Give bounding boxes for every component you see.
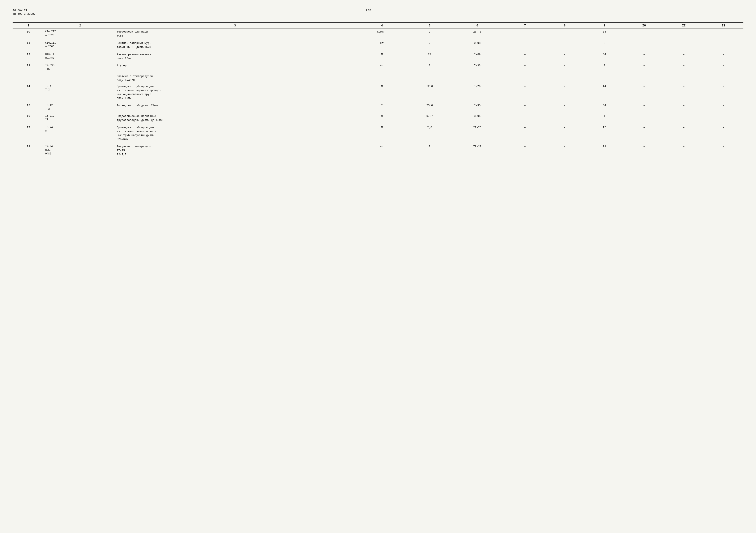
col-header-2: 2: [44, 22, 116, 29]
album-info: Альбом УII ТП 503-3-23.87: [13, 8, 36, 16]
main-table: I 2 3 4 5 6 7 8 9 IO II I2 IOСIч.III п.I…: [13, 22, 743, 158]
col-header-12: I2: [704, 22, 743, 29]
table-row: I5I6-42 7-3То же, из труб диам. 20мм"25,…: [13, 103, 743, 112]
page-header: Альбом УII ТП 503-3-23.87 – I55 –: [13, 8, 743, 16]
col-header-5: 5: [410, 22, 449, 29]
album-title: Альбом УII: [13, 8, 36, 12]
table-row: I2СIч.III п.I482Рукава резинотканевые ди…: [13, 52, 743, 62]
table-row: IIСIч.III п.2505Вентиль запорный муф- то…: [13, 40, 743, 50]
table-row: I8I7-04 п.5- 0482Регулятор температуры Р…: [13, 144, 743, 158]
standard-number: ТП 503-3-23.87: [13, 12, 36, 16]
table-row: I6I6-2I9 22Гидравлическое испытание труб…: [13, 113, 743, 123]
table-row: Система с температурой воды Т=40°С: [13, 73, 743, 84]
table-row: I7I6-74 8-7Прокладка трубопроводов из ст…: [13, 125, 743, 143]
col-header-9: 9: [584, 22, 624, 29]
col-header-7: 7: [505, 22, 545, 29]
col-header-10: IO: [624, 22, 664, 29]
column-headers: I 2 3 4 5 6 7 8 9 IO II I2: [13, 22, 743, 29]
col-header-4: 4: [354, 22, 410, 29]
col-header-8: 8: [545, 22, 584, 29]
col-header-6: 6: [449, 22, 505, 29]
col-header-1: I: [13, 22, 44, 29]
table-row: I4I6-4I 7-3Прокладка трубопроводов из ст…: [13, 84, 743, 101]
table-row: IOСIч.III п.I528Термосмесители воды ТСВБ…: [13, 29, 743, 39]
col-header-3: 3: [116, 22, 354, 29]
col-header-11: II: [664, 22, 704, 29]
page-number: – I55 –: [36, 8, 701, 12]
table-row: I3I2-698- -I6Штуцершт2I-33––3–––: [13, 63, 743, 72]
